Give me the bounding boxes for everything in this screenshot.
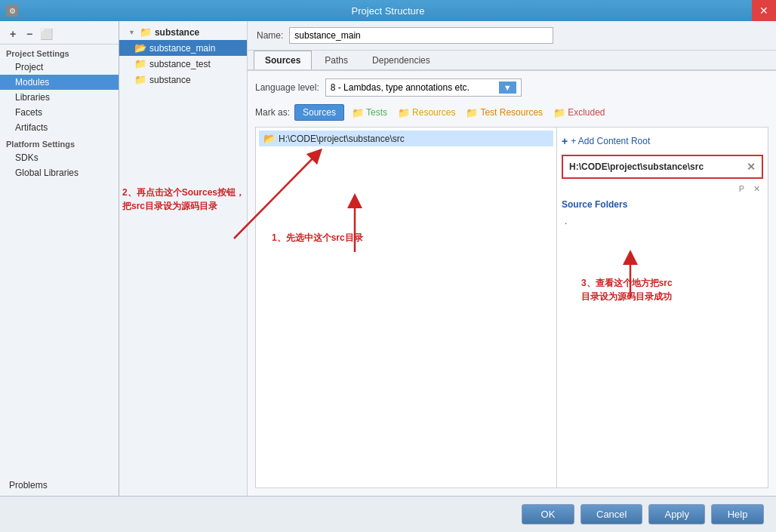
substance-group-label: substance bbox=[155, 27, 199, 38]
mark-sources-button[interactable]: Sources bbox=[294, 104, 344, 121]
add-content-root-button[interactable]: + + Add Content Root bbox=[562, 132, 763, 150]
sidebar-item-sdks[interactable]: SDKs bbox=[0, 150, 119, 165]
right-mini-toolbar: P ✕ bbox=[562, 183, 763, 195]
root-action-x[interactable]: ✕ bbox=[750, 183, 763, 195]
substance-group-item[interactable]: ▼ 📁 substance bbox=[119, 24, 247, 40]
resources-folder-icon: 📁 bbox=[398, 107, 410, 118]
name-input[interactable] bbox=[289, 27, 553, 44]
copy-module-button[interactable]: ⬜ bbox=[39, 27, 53, 41]
cancel-button[interactable]: Cancel bbox=[580, 504, 642, 524]
main-content: + − ⬜ Project Settings Project Modules L… bbox=[0, 21, 776, 496]
tab-paths[interactable]: Paths bbox=[313, 51, 359, 69]
resources-label: Resources bbox=[412, 107, 455, 118]
mark-as-row: Mark as: Sources 📁 Tests 📁 Resources bbox=[255, 104, 768, 121]
right-panel: ▼ 📁 substance 📂 substance_main 📁 substan… bbox=[119, 21, 776, 496]
sidebar-item-facets[interactable]: Facets bbox=[0, 105, 119, 120]
content-root-path: H:\CODE\project\substance\src ✕ bbox=[562, 155, 763, 179]
apply-button[interactable]: Apply bbox=[648, 504, 705, 524]
tests-folder-icon: 📁 bbox=[352, 107, 364, 118]
language-level-arrow: ▼ bbox=[499, 81, 516, 94]
left-panel: + − ⬜ Project Settings Project Modules L… bbox=[0, 21, 119, 496]
language-level-value: 8 - Lambdas, type annotations etc. bbox=[331, 82, 496, 93]
content-root-close-button[interactable]: ✕ bbox=[747, 161, 756, 173]
excluded-folder-icon: 📁 bbox=[553, 107, 565, 118]
modules-label: Modules bbox=[15, 77, 49, 88]
language-level-label: Language level: bbox=[255, 82, 319, 93]
ok-button[interactable]: OK bbox=[522, 504, 574, 524]
mark-as-label: Mark as: bbox=[255, 107, 290, 118]
tests-label: Tests bbox=[366, 107, 387, 118]
content-root-path-text: H:\CODE\project\substance\src bbox=[569, 161, 704, 172]
language-level-select[interactable]: 8 - Lambdas, type annotations etc. ▼ bbox=[325, 78, 522, 97]
source-folders-label: Source Folders bbox=[562, 198, 763, 211]
language-level-row: Language level: 8 - Lambdas, type annota… bbox=[255, 78, 768, 97]
add-root-label: + Add Content Root bbox=[571, 136, 650, 146]
mark-excluded-folder[interactable]: 📁 Excluded bbox=[550, 106, 608, 120]
artifacts-label: Artifacts bbox=[15, 122, 48, 133]
tab-dependencies[interactable]: Dependencies bbox=[361, 51, 442, 69]
project-settings-header: Project Settings bbox=[0, 45, 119, 60]
src-path-label: H:\CODE\project\substance\src bbox=[279, 134, 405, 144]
sources-content: Language level: 8 - Lambdas, type annota… bbox=[248, 71, 776, 496]
sdks-label: SDKs bbox=[15, 152, 38, 163]
expand-icon: ▼ bbox=[128, 29, 135, 36]
test-resources-folder-icon: 📁 bbox=[466, 107, 478, 118]
mark-tests-folder[interactable]: 📁 Tests bbox=[349, 106, 390, 120]
problems-label: Problems bbox=[9, 480, 48, 490]
mark-resources-folder[interactable]: 📁 Resources bbox=[395, 106, 458, 120]
title-bar: ⚙ Project Structure ✕ bbox=[0, 0, 776, 21]
substance-module-folder-icon: 📁 bbox=[134, 74, 146, 85]
tab-bar: Sources Paths Dependencies bbox=[248, 51, 776, 71]
sidebar-item-artifacts[interactable]: Artifacts bbox=[0, 120, 119, 135]
project-label: Project bbox=[15, 62, 43, 72]
substance-folder-icon: 📁 bbox=[140, 26, 152, 38]
name-bar: Name: bbox=[248, 21, 776, 51]
sidebar-item-modules[interactable]: Modules bbox=[0, 75, 119, 90]
substance-module-label: substance bbox=[149, 75, 191, 85]
excluded-label: Excluded bbox=[568, 107, 605, 118]
substance-module-item[interactable]: 📁 substance bbox=[119, 72, 247, 88]
facets-label: Facets bbox=[15, 107, 42, 118]
substance-test-folder-icon: 📁 bbox=[134, 58, 146, 69]
dialog-title: Project Structure bbox=[352, 5, 425, 17]
close-button[interactable]: ✕ bbox=[752, 0, 776, 21]
file-tree-area: 📂 H:\CODE\project\substance\src + + Add … bbox=[255, 127, 768, 488]
platform-settings-header: Platform Settings bbox=[0, 135, 119, 150]
help-button[interactable]: Help bbox=[711, 504, 764, 524]
root-action-p[interactable]: P bbox=[736, 183, 747, 195]
sidebar-item-project[interactable]: Project bbox=[0, 60, 119, 75]
sidebar-item-libraries[interactable]: Libraries bbox=[0, 90, 119, 105]
src-path-item[interactable]: 📂 H:\CODE\project\substance\src bbox=[259, 131, 553, 146]
test-resources-label: Test Resources bbox=[480, 107, 543, 118]
file-tree-panel: 📂 H:\CODE\project\substance\src bbox=[255, 127, 557, 488]
content-root-panel: + + Add Content Root H:\CODE\project\sub… bbox=[557, 127, 768, 488]
global-libraries-label: Global Libraries bbox=[15, 168, 79, 178]
source-folder-dot: . bbox=[562, 214, 763, 228]
substance-main-folder-icon: 📂 bbox=[134, 42, 146, 54]
bottom-bar: OK Cancel Apply Help bbox=[0, 496, 776, 532]
add-module-button[interactable]: + bbox=[6, 27, 20, 41]
tab-sources[interactable]: Sources bbox=[254, 51, 312, 69]
name-label: Name: bbox=[257, 30, 283, 41]
substance-test-label: substance_test bbox=[149, 59, 211, 69]
sidebar-item-problems[interactable]: Problems bbox=[0, 478, 119, 493]
src-folder-icon: 📂 bbox=[263, 133, 276, 144]
app-icon: ⚙ bbox=[6, 5, 18, 17]
add-root-icon: + bbox=[562, 135, 568, 147]
remove-module-button[interactable]: − bbox=[23, 27, 36, 41]
substance-main-item[interactable]: 📂 substance_main bbox=[119, 40, 247, 56]
sidebar-item-global-libraries[interactable]: Global Libraries bbox=[0, 165, 119, 180]
libraries-label: Libraries bbox=[15, 92, 50, 103]
mark-test-resources-folder[interactable]: 📁 Test Resources bbox=[463, 106, 546, 120]
substance-main-label: substance_main bbox=[149, 43, 215, 54]
substance-test-item[interactable]: 📁 substance_test bbox=[119, 56, 247, 72]
left-toolbar: + − ⬜ bbox=[0, 24, 119, 45]
